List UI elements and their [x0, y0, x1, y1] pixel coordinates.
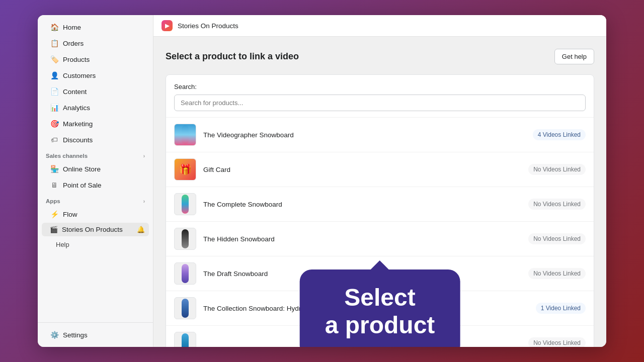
- product-thumbnail: [174, 193, 196, 215]
- sidebar-item-online-store[interactable]: 🏪 Online Store: [42, 161, 149, 176]
- video-badge: 4 Videos Linked: [533, 129, 586, 140]
- top-bar-title: Stories On Products: [178, 22, 238, 30]
- table-row[interactable]: The Draft Snowboard No Videos Linked: [166, 256, 594, 291]
- product-thumbnail: [174, 228, 196, 250]
- video-badge: No Videos Linked: [528, 199, 586, 210]
- product-name: The Draft Snowboard: [203, 270, 521, 278]
- sidebar-item-label: Content: [63, 88, 87, 96]
- table-row[interactable]: The Videographer Snowboard 4 Videos Link…: [166, 118, 594, 152]
- app-logo: ▶: [162, 20, 173, 31]
- help-label: Help: [56, 241, 69, 248]
- online-store-icon: 🏪: [50, 165, 59, 173]
- sidebar-item-content[interactable]: 📄 Content: [42, 84, 149, 99]
- page-title: Select a product to link a video: [166, 51, 299, 62]
- marketing-icon: 🎯: [50, 120, 59, 128]
- sidebar-item-label: Online Store: [63, 165, 101, 173]
- table-row[interactable]: No Videos Linked: [166, 326, 594, 347]
- sidebar-item-label: Products: [63, 56, 90, 63]
- product-card: Search: The Videographer Snowboard 4 Vid…: [166, 74, 594, 347]
- video-badge: No Videos Linked: [528, 268, 586, 279]
- stories-app-icon: 🎬: [50, 226, 58, 233]
- products-icon: 🏷️: [50, 55, 59, 63]
- stories-item-left: 🎬 Stories On Products: [50, 226, 123, 233]
- sales-channels-section: Sales channels ›: [38, 148, 153, 161]
- table-row[interactable]: 🎁 Gift Card No Videos Linked: [166, 152, 594, 187]
- video-badge: No Videos Linked: [528, 233, 586, 244]
- sidebar-item-analytics[interactable]: 📊 Analytics: [42, 100, 149, 115]
- search-section: Search:: [166, 75, 594, 118]
- product-thumbnail: 🎁: [174, 158, 196, 180]
- sidebar-item-stories-on-products[interactable]: 🎬 Stories On Products 🔔: [42, 223, 149, 236]
- sidebar-item-products[interactable]: 🏷️ Products: [42, 52, 149, 67]
- app-window: 🏠 Home 📋 Orders 🏷️ Products 👤 Customers …: [38, 15, 606, 347]
- product-thumbnail: [174, 262, 196, 285]
- video-badge: No Videos Linked: [528, 164, 586, 175]
- search-input[interactable]: [174, 95, 586, 111]
- sidebar-item-label: Home: [63, 24, 81, 31]
- sidebar-item-label: Discounts: [63, 136, 93, 144]
- sidebar-item-label: Analytics: [63, 104, 90, 112]
- video-badge: No Videos Linked: [528, 337, 586, 347]
- stories-app-label: Stories On Products: [62, 226, 123, 233]
- orders-icon: 📋: [50, 39, 59, 47]
- sidebar: 🏠 Home 📋 Orders 🏷️ Products 👤 Customers …: [38, 15, 153, 347]
- sidebar-item-label: Flow: [63, 211, 77, 218]
- sidebar-item-marketing[interactable]: 🎯 Marketing: [42, 116, 149, 131]
- sidebar-item-discounts[interactable]: 🏷 Discounts: [42, 132, 149, 147]
- apps-section: Apps ›: [38, 193, 153, 206]
- customers-icon: 👤: [50, 71, 59, 79]
- content-area: Select a product to link a video Get hel…: [153, 37, 606, 347]
- main-content: ▶ Stories On Products Select a product t…: [153, 15, 606, 347]
- page-header: Select a product to link a video Get hel…: [166, 49, 594, 64]
- product-name: The Hidden Snowboard: [203, 235, 521, 243]
- table-row[interactable]: The Collection Snowboard: Hydrogen 1 Vid…: [166, 291, 594, 326]
- product-name: The Videographer Snowboard: [203, 131, 526, 139]
- sidebar-item-help[interactable]: Help: [42, 237, 149, 252]
- sidebar-item-label: Point of Sale: [63, 182, 102, 189]
- sidebar-item-settings[interactable]: ⚙️ Settings: [42, 327, 149, 342]
- flow-icon: ⚡: [50, 210, 59, 218]
- bell-icon: 🔔: [137, 226, 145, 233]
- sidebar-bottom: ⚙️ Settings: [38, 322, 153, 343]
- sidebar-item-orders[interactable]: 📋 Orders: [42, 36, 149, 51]
- chevron-icon: ›: [143, 153, 145, 159]
- sidebar-item-label: Customers: [63, 72, 96, 79]
- product-list: The Videographer Snowboard 4 Videos Link…: [166, 118, 594, 347]
- settings-icon: ⚙️: [50, 331, 59, 339]
- content-icon: 📄: [50, 87, 59, 96]
- video-badge: 1 Video Linked: [536, 303, 586, 314]
- product-thumbnail: [174, 124, 196, 146]
- product-thumbnail: [174, 297, 196, 319]
- sidebar-item-label: Marketing: [63, 120, 93, 128]
- sidebar-item-point-of-sale[interactable]: 🖥 Point of Sale: [42, 177, 149, 193]
- pos-icon: 🖥: [50, 181, 59, 189]
- top-bar: ▶ Stories On Products: [153, 15, 606, 37]
- sidebar-item-label: Orders: [63, 40, 84, 47]
- table-row[interactable]: The Complete Snowboard No Videos Linked: [166, 187, 594, 222]
- discounts-icon: 🏷: [50, 136, 59, 144]
- settings-label: Settings: [63, 331, 88, 339]
- product-name: Gift Card: [203, 166, 521, 173]
- product-name: The Collection Snowboard: Hydrogen: [203, 305, 529, 312]
- search-label: Search:: [174, 83, 586, 90]
- product-name: The Complete Snowboard: [203, 201, 521, 208]
- home-icon: 🏠: [50, 23, 59, 31]
- get-help-button[interactable]: Get help: [554, 49, 594, 64]
- sidebar-item-flow[interactable]: ⚡ Flow: [42, 207, 149, 222]
- sidebar-item-home[interactable]: 🏠 Home: [42, 20, 149, 35]
- product-thumbnail: [174, 332, 196, 347]
- analytics-icon: 📊: [50, 104, 59, 112]
- chevron-icon: ›: [143, 199, 145, 204]
- sidebar-item-customers[interactable]: 👤 Customers: [42, 68, 149, 83]
- table-row[interactable]: The Hidden Snowboard No Videos Linked: [166, 222, 594, 256]
